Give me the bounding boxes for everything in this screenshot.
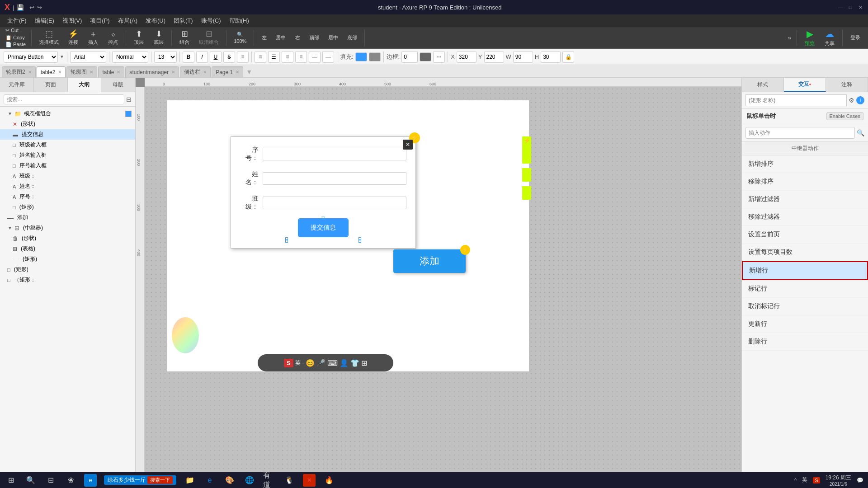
tab-more-button[interactable]: ▼ xyxy=(244,66,254,77)
undo-icon[interactable]: ↩ xyxy=(29,4,34,11)
action-add-row[interactable]: 新增行 xyxy=(742,261,868,280)
search-taskbar-button[interactable]: 🔍 xyxy=(24,474,37,487)
taskbar-app3[interactable]: 🎨 xyxy=(223,474,236,487)
show-hidden-button[interactable]: ^ xyxy=(794,477,797,483)
action-set-current-page[interactable]: 设置当前页 xyxy=(742,226,868,244)
add-button[interactable]: 添加 ⚡ xyxy=(393,249,466,273)
tree-item-rect4[interactable]: □ （矩形： xyxy=(0,275,135,285)
taskbar-app4[interactable]: 🌐 xyxy=(243,474,256,487)
action-add-sort[interactable]: 新增排序 xyxy=(742,155,868,173)
minimize-button[interactable]: — xyxy=(837,4,844,10)
align-right-text-button[interactable]: ≡ xyxy=(282,51,293,63)
font-family-select[interactable]: Arial xyxy=(70,51,106,63)
bottom-layer-button[interactable]: ⬇ 底层 xyxy=(150,29,168,47)
align-bottom-button[interactable]: 底部 xyxy=(344,29,361,47)
style-preset-select[interactable]: Primary Button xyxy=(4,51,58,63)
align-justify-text-button[interactable]: ≡ xyxy=(295,51,307,63)
toggle-modal-group[interactable]: ▼ xyxy=(7,111,13,116)
tab-outline2-close[interactable]: ✕ xyxy=(28,70,32,75)
align-left-button[interactable]: 左 xyxy=(258,29,270,47)
tree-item-modal-group[interactable]: ▼ 📁 模态框组合 xyxy=(0,108,135,119)
tab-table2[interactable]: table2 ✕ xyxy=(37,66,66,77)
tree-item-shape2[interactable]: 🗑 (形状) xyxy=(0,233,135,244)
search-input[interactable] xyxy=(4,94,124,104)
tab-outline-close[interactable]: ✕ xyxy=(90,70,93,75)
fill-color-button[interactable] xyxy=(355,52,367,61)
maximize-button[interactable]: □ xyxy=(847,4,854,10)
tab-table-close[interactable]: ✕ xyxy=(117,70,120,75)
align-left-text-button[interactable]: ≡ xyxy=(255,51,266,63)
preview-button[interactable]: ▶ 预览 xyxy=(801,29,819,47)
save-icon[interactable]: 💾 xyxy=(17,4,24,11)
tree-item-repeater[interactable]: ▼ ⊞ (中继器) xyxy=(0,223,135,233)
action-set-items-per-page[interactable]: 设置每页项目数 xyxy=(742,244,868,261)
menu-project[interactable]: 项目(P) xyxy=(86,16,113,26)
paste-button[interactable]: 📄 Paste xyxy=(5,41,26,48)
action-update-row[interactable]: 更新行 xyxy=(742,315,868,333)
control-button[interactable]: ⬦ 控点 xyxy=(104,29,122,47)
tree-item-name-input[interactable]: □ 姓名输入框 xyxy=(0,150,135,160)
tree-item-add[interactable]: — 添加 xyxy=(0,212,135,223)
border-style-button[interactable]: ⋯ xyxy=(433,51,445,63)
tree-item-num-text[interactable]: A 序号： xyxy=(0,192,135,202)
enable-cases-button[interactable]: Enable Cases xyxy=(826,112,864,120)
tab-studentmanager-close[interactable]: ✕ xyxy=(171,70,175,75)
taskbar-folder[interactable]: 📁 xyxy=(184,474,196,487)
filter-icon[interactable]: ⊟ xyxy=(126,96,132,103)
toggle-repeater[interactable]: ▼ xyxy=(7,225,13,230)
group-button[interactable]: ⊞ 组合 xyxy=(175,29,193,47)
copy-button[interactable]: 📋 Copy xyxy=(5,34,25,41)
num-field-input[interactable] xyxy=(263,148,406,160)
menu-view[interactable]: 视图(V) xyxy=(59,16,85,26)
close-button[interactable]: ✕ xyxy=(857,4,863,10)
border-width-input[interactable] xyxy=(401,51,418,63)
tab-page1-close[interactable]: ✕ xyxy=(236,70,239,75)
action-unmark-row[interactable]: 取消标记行 xyxy=(742,298,868,315)
menu-file[interactable]: 文件(F) xyxy=(4,16,30,26)
zoom-control[interactable]: 🔍 100% xyxy=(230,29,250,47)
tab-components[interactable]: 元件库 xyxy=(0,78,34,92)
tab-outline-panel[interactable]: 大纲 xyxy=(68,78,102,92)
share-button[interactable]: ☁ 共享 xyxy=(821,29,839,47)
y-position-input[interactable] xyxy=(484,51,504,63)
list-button[interactable]: ≡ xyxy=(237,51,249,63)
height-input[interactable] xyxy=(541,51,561,63)
border-color-button[interactable] xyxy=(420,52,431,61)
tree-item-shape1[interactable]: ✕ (形状) xyxy=(0,119,135,129)
width-input[interactable] xyxy=(513,51,533,63)
tab-notes[interactable]: 注释 xyxy=(826,78,868,92)
search-btn-taskbar[interactable]: 搜索一下 xyxy=(147,476,173,484)
tree-item-class-input[interactable]: □ 班级输入框 xyxy=(0,140,135,150)
insert-action-input[interactable] xyxy=(745,127,855,139)
search-action-icon[interactable]: 🔍 xyxy=(857,129,864,136)
action-mark-row[interactable]: 标记行 xyxy=(742,280,868,298)
menu-layout[interactable]: 布局(A) xyxy=(114,16,141,26)
redo-icon[interactable]: ↪ xyxy=(37,4,42,11)
menu-account[interactable]: 账号(C) xyxy=(198,16,225,26)
task-view-button[interactable]: ⊟ xyxy=(44,474,57,487)
even-more-button[interactable]: — xyxy=(322,51,334,63)
tree-item-rect2[interactable]: — (矩形) xyxy=(0,254,135,264)
taskbar-edge[interactable]: e xyxy=(203,474,216,487)
action-delete-row[interactable]: 删除行 xyxy=(742,333,868,351)
align-middle-button[interactable]: 居中 xyxy=(325,29,342,47)
taskbar-firefox[interactable]: 🔥 xyxy=(323,474,335,487)
tab-table[interactable]: table ✕ xyxy=(98,66,124,77)
tab-style[interactable]: 样式 xyxy=(742,78,784,92)
action-add-filter[interactable]: 新增过滤器 xyxy=(742,191,868,208)
tree-item-num-input[interactable]: □ 序号输入框 xyxy=(0,160,135,171)
element-name-input[interactable] xyxy=(745,94,847,106)
taskbar-youdao[interactable]: 有道 xyxy=(263,474,276,487)
tab-outline[interactable]: 轮廓图 ✕ xyxy=(66,66,97,77)
tab-outline2[interactable]: 轮廓图2 ✕ xyxy=(2,66,36,77)
taskbar-axure[interactable]: ✕ xyxy=(303,474,316,487)
taskbar-qq[interactable]: 🐧 xyxy=(283,474,296,487)
tree-item-rect3[interactable]: □ (矩形) xyxy=(0,264,135,275)
action-remove-filter[interactable]: 移除过滤器 xyxy=(742,208,868,226)
menu-edit[interactable]: 编辑(E) xyxy=(31,16,58,26)
login-button[interactable]: 登录 xyxy=(846,29,864,47)
ungroup-button[interactable]: ⊟ 取消组合 xyxy=(195,29,222,47)
taskbar-icon-app1[interactable]: ❀ xyxy=(64,474,77,487)
tab-sidebar-close[interactable]: ✕ xyxy=(203,70,207,75)
tree-item-rect1[interactable]: □ (矩形) xyxy=(0,202,135,212)
